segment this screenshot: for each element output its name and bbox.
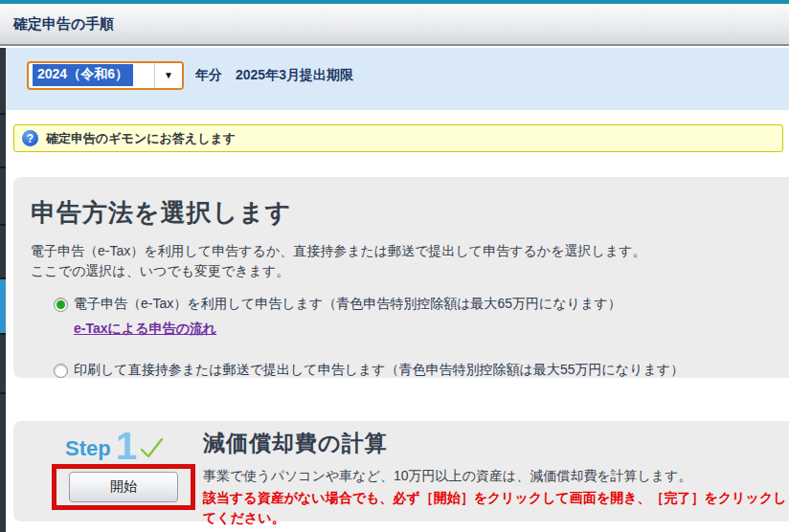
question-icon: ? (22, 130, 38, 146)
filing-method-panel: 申告方法を選択します 電子申告（e-Tax）を利用して申告するか、直接持参または… (13, 177, 789, 378)
step1-heading: 減価償却費の計算 (203, 429, 789, 458)
year-selection-bar: 2024（令和6） ▼ 年分 2025年3月提出期限 (6, 48, 789, 110)
sidebar-edge-segment[interactable] (0, 115, 6, 168)
step-label: Step (65, 438, 111, 463)
step-number: 1 (116, 429, 137, 463)
method-description-line1: 電子申告（e-Tax）を利用して申告するか、直接持参または郵送で提出して申告する… (31, 241, 789, 261)
sidebar-edge-segment[interactable] (0, 226, 6, 279)
step1-right-column: 減価償却費の計算 事業で使うパソコンや車など、10万円以上の資産は、減価償却費を… (203, 429, 789, 528)
radio-option-etax[interactable]: 電子申告（e-Tax）を利用して申告します（青色申告特別控除額は最大65万円にな… (31, 296, 789, 313)
etax-flow-link[interactable]: e-Taxによる申告の流れ (74, 321, 216, 336)
step1-left-column: Step 1 開始 (52, 423, 195, 510)
method-panel-heading: 申告方法を選択します (31, 196, 789, 230)
year-caption: 年分 2025年3月提出期限 (195, 67, 353, 84)
year-select[interactable]: 2024（令和6） ▼ (27, 61, 184, 90)
year-select-selected-value: 2024（令和6） (33, 64, 133, 86)
sidebar-edge-segment-active[interactable] (0, 279, 6, 335)
start-button-highlight-box: 開始 (52, 464, 195, 510)
step1-warning: 該当する資産がない場合でも、必ず［開始］をクリックして画面を開き、［完了］をクリ… (203, 488, 789, 528)
sidebar-edge-segment[interactable] (0, 335, 6, 394)
radio-option-etax-label[interactable]: 電子申告（e-Tax）を利用して申告します（青色申告特別控除額は最大65万円にな… (74, 296, 621, 313)
sidebar-edge-segment[interactable] (0, 394, 6, 530)
radio-option-print-label[interactable]: 印刷して直接持参または郵送で提出して申告します（青色申告特別控除額は最大55万円… (74, 362, 684, 379)
faq-help-text: 確定申告のギモンにお答えします (46, 130, 236, 147)
sidebar-edge-segment[interactable] (0, 168, 6, 226)
filing-method-options: 電子申告（e-Tax）を利用して申告します（青色申告特別控除額は最大65万円にな… (31, 296, 789, 379)
year-select-value-area[interactable]: 2024（令和6） (29, 63, 154, 88)
collapsed-sidebar-rail (0, 48, 6, 532)
method-description-line2: ここでの選択は、いつでも変更できます。 (31, 261, 789, 281)
step1-header: Step 1 (52, 423, 195, 463)
start-button[interactable]: 開始 (69, 472, 178, 502)
title-bar: 確定申告の手順 (0, 4, 789, 46)
radio-unselected-icon[interactable] (54, 364, 68, 378)
etax-flow-link-row: e-Taxによる申告の流れ (31, 320, 789, 338)
radio-selected-icon[interactable] (54, 298, 68, 312)
step1-description: 事業で使うパソコンや車など、10万円以上の資産は、減価償却費を計算します。 (203, 466, 789, 486)
radio-option-print[interactable]: 印刷して直接持参または郵送で提出して申告します（青色申告特別控除額は最大55万円… (31, 362, 789, 379)
faq-help-bar[interactable]: ? 確定申告のギモンにお答えします (13, 124, 783, 152)
page-title: 確定申告の手順 (13, 15, 114, 33)
check-icon (139, 436, 164, 461)
step1-panel: Step 1 開始 減価償却費の計算 事業で使うパソコンや車など、10万円以上の… (13, 421, 789, 521)
dropdown-arrow-icon[interactable]: ▼ (154, 63, 182, 88)
